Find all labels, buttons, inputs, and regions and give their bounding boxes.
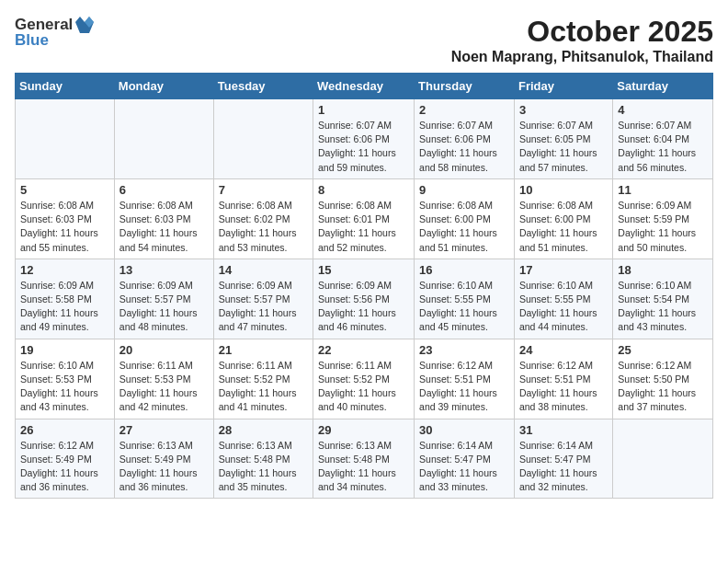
calendar-week-4: 26Sunrise: 6:12 AM Sunset: 5:49 PM Dayli… (16, 419, 713, 499)
calendar-cell: 2Sunrise: 6:07 AM Sunset: 6:06 PM Daylig… (415, 99, 515, 179)
month-title: October 2025 (451, 15, 713, 49)
calendar-cell: 10Sunrise: 6:08 AM Sunset: 6:00 PM Dayli… (514, 178, 612, 259)
day-info: Sunrise: 6:13 AM Sunset: 5:49 PM Dayligh… (119, 439, 209, 495)
day-info: Sunrise: 6:08 AM Sunset: 6:01 PM Dayligh… (318, 199, 409, 255)
day-number: 9 (419, 183, 509, 197)
day-number: 6 (119, 183, 209, 197)
day-number: 20 (119, 343, 209, 357)
calendar-cell: 29Sunrise: 6:13 AM Sunset: 5:48 PM Dayli… (313, 419, 415, 499)
calendar-cell: 5Sunrise: 6:08 AM Sunset: 6:03 PM Daylig… (16, 178, 115, 259)
day-info: Sunrise: 6:14 AM Sunset: 5:47 PM Dayligh… (419, 439, 509, 495)
calendar-cell: 25Sunrise: 6:12 AM Sunset: 5:50 PM Dayli… (613, 339, 713, 419)
day-info: Sunrise: 6:12 AM Sunset: 5:51 PM Dayligh… (519, 359, 608, 415)
day-info: Sunrise: 6:11 AM Sunset: 5:53 PM Dayligh… (119, 359, 209, 415)
logo-blue-text: Blue (15, 31, 49, 50)
header-thursday: Thursday (415, 74, 515, 99)
calendar-cell: 21Sunrise: 6:11 AM Sunset: 5:52 PM Dayli… (213, 339, 313, 419)
day-info: Sunrise: 6:11 AM Sunset: 5:52 PM Dayligh… (219, 359, 308, 415)
calendar-cell: 30Sunrise: 6:14 AM Sunset: 5:47 PM Dayli… (415, 419, 515, 499)
calendar-week-3: 19Sunrise: 6:10 AM Sunset: 5:53 PM Dayli… (16, 339, 713, 419)
day-info: Sunrise: 6:09 AM Sunset: 5:59 PM Dayligh… (618, 199, 708, 255)
calendar-cell: 23Sunrise: 6:12 AM Sunset: 5:51 PM Dayli… (415, 339, 515, 419)
day-number: 25 (618, 343, 708, 357)
day-number: 7 (219, 183, 308, 197)
day-info: Sunrise: 6:07 AM Sunset: 6:05 PM Dayligh… (519, 119, 608, 175)
calendar-cell: 18Sunrise: 6:10 AM Sunset: 5:54 PM Dayli… (613, 259, 713, 339)
day-info: Sunrise: 6:07 AM Sunset: 6:06 PM Dayligh… (318, 119, 409, 175)
calendar-cell (114, 99, 213, 179)
header-friday: Friday (514, 74, 612, 99)
calendar-cell: 7Sunrise: 6:08 AM Sunset: 6:02 PM Daylig… (213, 178, 313, 259)
day-number: 23 (419, 343, 509, 357)
day-info: Sunrise: 6:13 AM Sunset: 5:48 PM Dayligh… (219, 439, 308, 495)
day-info: Sunrise: 6:08 AM Sunset: 6:03 PM Dayligh… (119, 199, 209, 255)
calendar-header-row: SundayMondayTuesdayWednesdayThursdayFrid… (16, 74, 713, 99)
calendar-week-2: 12Sunrise: 6:09 AM Sunset: 5:58 PM Dayli… (16, 259, 713, 339)
day-number: 10 (519, 183, 608, 197)
calendar-cell: 1Sunrise: 6:07 AM Sunset: 6:06 PM Daylig… (313, 99, 415, 179)
day-number: 27 (119, 423, 209, 437)
calendar-cell: 27Sunrise: 6:13 AM Sunset: 5:49 PM Dayli… (114, 419, 213, 499)
day-info: Sunrise: 6:14 AM Sunset: 5:47 PM Dayligh… (519, 439, 608, 495)
day-info: Sunrise: 6:11 AM Sunset: 5:52 PM Dayligh… (318, 359, 409, 415)
logo-icon (74, 15, 95, 35)
calendar-cell: 3Sunrise: 6:07 AM Sunset: 6:05 PM Daylig… (514, 99, 612, 179)
day-number: 30 (419, 423, 509, 437)
day-number: 11 (618, 183, 708, 197)
day-number: 12 (20, 263, 109, 277)
day-info: Sunrise: 6:12 AM Sunset: 5:50 PM Dayligh… (618, 359, 708, 415)
calendar-week-1: 5Sunrise: 6:08 AM Sunset: 6:03 PM Daylig… (16, 178, 713, 259)
header-tuesday: Tuesday (213, 74, 313, 99)
calendar-cell: 17Sunrise: 6:10 AM Sunset: 5:55 PM Dayli… (514, 259, 612, 339)
day-number: 13 (119, 263, 209, 277)
calendar-cell: 11Sunrise: 6:09 AM Sunset: 5:59 PM Dayli… (613, 178, 713, 259)
header-sunday: Sunday (16, 74, 115, 99)
day-info: Sunrise: 6:10 AM Sunset: 5:55 PM Dayligh… (419, 279, 509, 335)
day-info: Sunrise: 6:10 AM Sunset: 5:53 PM Dayligh… (20, 359, 109, 415)
calendar-table: SundayMondayTuesdayWednesdayThursdayFrid… (15, 73, 713, 499)
day-info: Sunrise: 6:08 AM Sunset: 6:02 PM Dayligh… (219, 199, 308, 255)
day-info: Sunrise: 6:12 AM Sunset: 5:51 PM Dayligh… (419, 359, 509, 415)
day-number: 22 (318, 343, 409, 357)
calendar-cell (613, 419, 713, 499)
calendar-cell: 16Sunrise: 6:10 AM Sunset: 5:55 PM Dayli… (415, 259, 515, 339)
day-number: 5 (20, 183, 109, 197)
header-saturday: Saturday (613, 74, 713, 99)
day-number: 3 (519, 103, 608, 117)
day-number: 24 (519, 343, 608, 357)
calendar-cell: 24Sunrise: 6:12 AM Sunset: 5:51 PM Dayli… (514, 339, 612, 419)
day-info: Sunrise: 6:08 AM Sunset: 6:03 PM Dayligh… (20, 199, 109, 255)
header-monday: Monday (114, 74, 213, 99)
day-number: 21 (219, 343, 308, 357)
calendar-cell: 19Sunrise: 6:10 AM Sunset: 5:53 PM Dayli… (16, 339, 115, 419)
calendar-cell (16, 99, 115, 179)
day-info: Sunrise: 6:07 AM Sunset: 6:06 PM Dayligh… (419, 119, 509, 175)
day-number: 17 (519, 263, 608, 277)
day-info: Sunrise: 6:07 AM Sunset: 6:04 PM Dayligh… (618, 119, 708, 175)
calendar-week-0: 1Sunrise: 6:07 AM Sunset: 6:06 PM Daylig… (16, 99, 713, 179)
logo: General Blue (15, 15, 95, 50)
day-info: Sunrise: 6:10 AM Sunset: 5:55 PM Dayligh… (519, 279, 608, 335)
day-number: 15 (318, 263, 409, 277)
day-number: 26 (20, 423, 109, 437)
day-info: Sunrise: 6:09 AM Sunset: 5:57 PM Dayligh… (119, 279, 209, 335)
calendar-cell: 20Sunrise: 6:11 AM Sunset: 5:53 PM Dayli… (114, 339, 213, 419)
day-info: Sunrise: 6:09 AM Sunset: 5:57 PM Dayligh… (219, 279, 308, 335)
header-wednesday: Wednesday (313, 74, 415, 99)
day-number: 2 (419, 103, 509, 117)
day-info: Sunrise: 6:13 AM Sunset: 5:48 PM Dayligh… (318, 439, 409, 495)
day-number: 4 (618, 103, 708, 117)
calendar-cell: 26Sunrise: 6:12 AM Sunset: 5:49 PM Dayli… (16, 419, 115, 499)
day-number: 16 (419, 263, 509, 277)
calendar-cell: 15Sunrise: 6:09 AM Sunset: 5:56 PM Dayli… (313, 259, 415, 339)
calendar-cell: 28Sunrise: 6:13 AM Sunset: 5:48 PM Dayli… (213, 419, 313, 499)
calendar-cell: 8Sunrise: 6:08 AM Sunset: 6:01 PM Daylig… (313, 178, 415, 259)
day-number: 28 (219, 423, 308, 437)
calendar-cell: 14Sunrise: 6:09 AM Sunset: 5:57 PM Dayli… (213, 259, 313, 339)
calendar-cell: 12Sunrise: 6:09 AM Sunset: 5:58 PM Dayli… (16, 259, 115, 339)
day-number: 14 (219, 263, 308, 277)
day-number: 31 (519, 423, 608, 437)
calendar-cell: 4Sunrise: 6:07 AM Sunset: 6:04 PM Daylig… (613, 99, 713, 179)
day-info: Sunrise: 6:10 AM Sunset: 5:54 PM Dayligh… (618, 279, 708, 335)
calendar-cell: 6Sunrise: 6:08 AM Sunset: 6:03 PM Daylig… (114, 178, 213, 259)
